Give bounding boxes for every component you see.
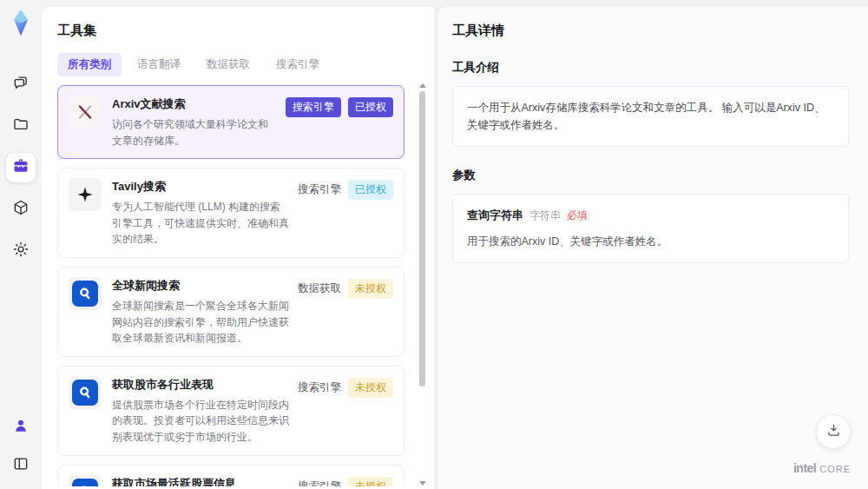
intel-brand-text: intel	[793, 461, 816, 475]
settings-gear-icon	[12, 241, 30, 261]
tool-title: 全球新闻搜索	[112, 278, 289, 294]
toolbox-icon	[12, 157, 30, 178]
tool-auth-badge: 未授权	[348, 279, 393, 299]
arxiv-x-icon	[69, 96, 102, 129]
user-avatar-icon	[12, 417, 30, 438]
tool-category-badge: 搜索引擎	[298, 182, 341, 197]
sidebar-item-toolbox-icon[interactable]	[6, 153, 36, 182]
tool-title: 获取股市各行业表现	[112, 377, 289, 393]
tab-数据获取[interactable]: 数据获取	[196, 53, 260, 76]
list-scrollbar[interactable]	[418, 83, 426, 486]
param-required-badge: 必填	[567, 208, 588, 224]
sidebar-item-chat-icon[interactable]	[6, 69, 36, 99]
blue-search-icon	[69, 376, 102, 409]
param-box: 查询字符串 字符串 必填 用于搜索的Arxiv ID、关键字或作者姓名。	[452, 194, 849, 263]
download-icon	[825, 422, 842, 442]
blue-search-icon	[69, 277, 102, 310]
sidebar-item-settings-gear-icon[interactable]	[6, 236, 36, 266]
tool-category-badge: 数据获取	[298, 281, 341, 296]
tool-list-panel: 工具集 所有类别语言翻译数据获取搜索引擎 Arxiv文献搜索 访问各个研究领域大…	[42, 7, 434, 489]
tool-card[interactable]: Arxiv文献搜索 访问各个研究领域大量科学论文和文章的存储库。 搜索引擎 已授…	[57, 85, 404, 159]
tool-card[interactable]: 获取股市各行业表现 提供股票市场各个行业在特定时间段内的表现。投资者可以利用这些…	[57, 366, 404, 456]
tool-detail-panel: 工具详情 工具介绍 一个用于从Arxiv存储库搜索科学论文和文章的工具。 输入可…	[438, 7, 868, 489]
tavily-star-icon	[69, 178, 102, 211]
intro-box: 一个用于从Arxiv存储库搜索科学论文和文章的工具。 输入可以是Arxiv ID…	[452, 86, 849, 147]
param-name: 查询字符串	[467, 207, 523, 225]
detail-title: 工具详情	[452, 23, 849, 39]
scrollbar-thumb[interactable]	[419, 91, 425, 387]
panel-toggle-icon	[12, 455, 30, 476]
intel-core-logo: intel core	[793, 461, 851, 475]
chat-icon	[12, 74, 30, 95]
tool-list: Arxiv文献搜索 访问各个研究领域大量科学论文和文章的存储库。 搜索引擎 已授…	[57, 85, 404, 486]
icon-sidebar	[0, 0, 42, 489]
sidebar-item-cube-icon[interactable]	[6, 195, 36, 224]
tool-card[interactable]: 全球新闻搜索 全球新闻搜索是一个聚合全球各大新闻网站内容的搜索引擎，帮助用户快速…	[57, 267, 404, 357]
blue-search-icon	[69, 475, 102, 486]
tool-description: 专为人工智能代理 (LLM) 构建的搜索引擎工具，可快速提供实时、准确和真实的结…	[112, 199, 289, 248]
tool-description: 提供股票市场各个行业在特定时间段内的表现。投资者可以利用这些信息来识别表现优于或…	[112, 397, 289, 446]
folder-icon	[12, 116, 30, 136]
tab-所有类别[interactable]: 所有类别	[57, 53, 122, 76]
tool-auth-badge: 已授权	[348, 180, 393, 200]
tool-description: 访问各个研究领域大量科学论文和文章的存储库。	[112, 116, 277, 149]
tool-category-badge: 搜索引擎	[286, 97, 341, 117]
tool-auth-badge: 未授权	[348, 477, 393, 486]
scroll-down-arrow[interactable]	[419, 481, 426, 486]
tool-auth-badge: 未授权	[348, 378, 393, 398]
tab-语言翻译[interactable]: 语言翻译	[127, 53, 191, 76]
intro-text: 一个用于从Arxiv存储库搜索科学论文和文章的工具。 输入可以是Arxiv ID…	[467, 102, 825, 131]
category-tabs: 所有类别语言翻译数据获取搜索引擎	[57, 53, 434, 76]
intro-heading: 工具介绍	[452, 60, 849, 76]
core-brand-text: core	[819, 464, 851, 474]
page-title: 工具集	[57, 23, 434, 39]
sidebar-item-panel-toggle-icon[interactable]	[6, 451, 36, 480]
tool-category-badge: 搜索引擎	[298, 479, 341, 486]
scroll-up-arrow[interactable]	[419, 83, 426, 88]
tab-搜索引擎[interactable]: 搜索引擎	[266, 53, 330, 76]
params-heading: 参数	[452, 168, 849, 183]
tool-title: 获取市场最活跃股票信息	[112, 476, 289, 486]
sidebar-item-folder-icon[interactable]	[6, 111, 36, 141]
app-logo-icon	[8, 9, 34, 36]
cube-icon	[12, 199, 30, 220]
tool-category-badge: 搜索引擎	[298, 380, 341, 395]
download-button[interactable]	[816, 414, 851, 449]
param-description: 用于搜索的Arxiv ID、关键字或作者姓名。	[467, 233, 834, 250]
tool-auth-badge: 已授权	[348, 97, 393, 117]
param-type: 字符串	[529, 208, 561, 224]
sidebar-item-user-avatar-icon[interactable]	[6, 413, 36, 442]
tool-title: Tavily搜索	[112, 179, 289, 195]
tool-card[interactable]: Tavily搜索 专为人工智能代理 (LLM) 构建的搜索引擎工具，可快速提供实…	[57, 168, 404, 258]
tool-card[interactable]: 获取市场最活跃股票信息 提供当天交易量最高的股票列表，投资者可以利用这些信息来识…	[57, 465, 404, 486]
tool-description: 全球新闻搜索是一个聚合全球各大新闻网站内容的搜索引擎，帮助用户快速获取全球最新资…	[112, 298, 289, 347]
tool-title: Arxiv文献搜索	[112, 96, 277, 112]
